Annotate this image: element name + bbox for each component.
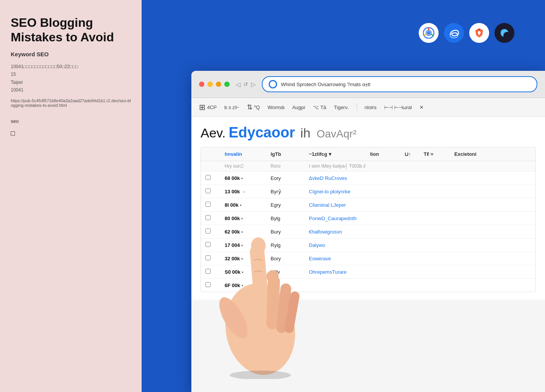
share-icon: ⇅ [247,103,253,111]
page-title: Aev. Edycaoor ih OavAqr² [201,124,536,141]
svg-point-9 [251,237,266,254]
refresh-icon[interactable]: ↺ [243,81,248,87]
sidebar-tag: seo [11,118,131,124]
fork-icon: ⌥ [313,105,319,110]
col-header-4[interactable]: lion [370,151,405,157]
col-header-2[interactable]: lgTb [271,151,309,157]
sidebar-url[interactable]: https://pub-5c454f571b8e40a3a2aad27ade84… [11,98,131,108]
back-icon[interactable]: ◁ [236,81,240,88]
sub-col-2: Roro [271,163,309,169]
svg-point-2 [427,31,431,35]
svg-line-4 [431,34,433,36]
nav-item-2[interactable]: b s z⊩ [224,105,239,110]
chrome-icon [419,23,439,43]
svg-point-6 [478,29,480,30]
nav-item-close[interactable]: ✕ [419,105,424,110]
brave-icon [469,23,489,43]
sidebar-subtitle: Keyword SEO [11,51,131,57]
col-header-3[interactable]: ~1zlifcg ▾ [309,151,370,157]
title-part2: Edycaoor [229,124,295,141]
nav-toolbar: ⊞ 4CP b s z⊩ ⇅ ᴾQ Wormdι Augpr ⌥ Tā Tige… [191,98,545,117]
nav-item-7[interactable]: Tigerν. [334,105,349,110]
address-text: Whind Sprotech Ovsarrowing ?rnats α±tl [281,82,530,87]
browser-icons [419,23,514,43]
title-part1: Aev. [201,126,226,140]
nav-label-1: ⊞ [199,103,206,112]
separator-1 [357,104,357,111]
svg-point-15 [230,371,291,379]
sub-col-1: Hry ounΞ [225,163,271,169]
nav-item-3[interactable]: ⇅ ᴾQ [247,103,260,111]
edge-icon [444,23,464,43]
close-nav-icon: ✕ [419,105,424,110]
nav-item-6[interactable]: ⌥ Tā [313,105,326,110]
close-button[interactable] [199,82,204,87]
nav-item-8[interactable]: nloirs [365,105,377,110]
sidebar-box-icon: □ [11,129,131,137]
col-header-5[interactable]: ⊔↑ [405,151,424,157]
svg-line-5 [424,34,426,36]
nav-item-5[interactable]: Augpr [292,105,305,110]
browser-chrome: ◁ ↺ ▷ Whind Sprotech Ovsarrowing ?rnats … [191,71,545,98]
hand-image [210,168,325,381]
minimize-button[interactable] [207,82,213,87]
sidebar-title: SEO Blogging Mistakes to Avoid [11,15,131,45]
site-identity-icon [269,80,277,88]
address-bar[interactable]: Whind Sprotech Ovsarrowing ?rnats α±tl [262,76,537,92]
title-part4: OavAqr² [317,128,356,140]
main-area: ◁ ↺ ▷ Whind Sprotech Ovsarrowing ?rnats … [142,0,545,392]
col-header-6[interactable]: Tℓ ≈ [424,151,454,157]
title-part3: ih [300,126,310,140]
sidebar-meta: 10041□□□□□□□□□□□□50□22□□□ 15 Taipei 1004… [11,63,131,94]
nav-item-4[interactable]: Wormdι [268,105,285,110]
dark-browser-icon [494,23,514,43]
nav-item-9[interactable]: ⊢⊣ ⊢⊣ωral [384,105,412,110]
sub-col-3: I sem IMey iludya┤ T003b ∂ [309,163,424,169]
table-header: hnvalin lgTb ~1zlifcg ▾ lion ⊔↑ Tℓ ≈ Exc… [201,147,535,161]
col-header-1[interactable]: hnvalin [225,151,271,157]
forward-icon[interactable]: ▷ [251,81,256,88]
nav-buttons: ◁ ↺ ▷ [236,81,256,88]
traffic-lights [199,82,230,87]
sidebar: SEO Blogging Mistakes to Avoid Keyword S… [0,0,142,392]
nav-item-1[interactable]: ⊞ 4CP [199,103,217,112]
fullscreen-button[interactable] [224,82,230,87]
browser-window: ◁ ↺ ▷ Whind Sprotech Ovsarrowing ?rnats … [191,71,545,392]
svg-point-12 [266,270,279,283]
col-header-7[interactable]: Excietoni [454,151,504,157]
maximize-button[interactable] [216,82,221,87]
bracket-icon: ⊢⊣ [384,105,393,110]
nav-label-2: b s z⊩ [224,105,239,110]
